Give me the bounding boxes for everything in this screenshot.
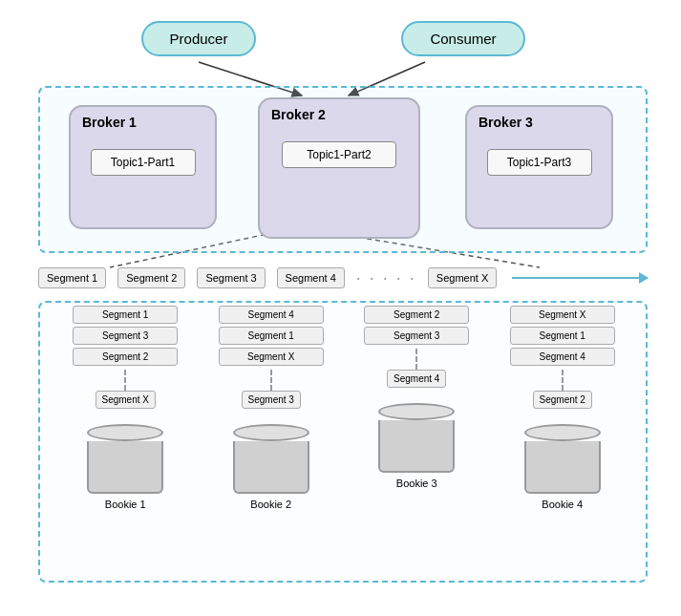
bookie-3-body	[378, 420, 455, 473]
segment-4: Segment 4	[277, 267, 345, 288]
bookie-1-body	[87, 441, 163, 494]
broker-3-title: Broker 3	[475, 115, 604, 130]
bookie-4-label: Bookie 4	[524, 499, 601, 510]
bookie-4-col: Segment X Segment 1 Segment 4 Segment 2 …	[500, 306, 625, 510]
bookie-columns: Segment 1 Segment 3 Segment 2 Segment X …	[53, 306, 635, 510]
bookie-2-label: Bookie 2	[233, 499, 309, 510]
b3-dashed-v	[415, 349, 417, 370]
segment-timeline: Segment 1 Segment 2 Segment 3 Segment 4 …	[38, 267, 648, 288]
bookie-1-top	[87, 424, 163, 441]
broker-2-box: Broker 2 Topic1-Part2	[258, 97, 420, 239]
segment-1: Segment 1	[38, 267, 106, 288]
bookie-1-segments-top: Segment 1 Segment 3 Segment 2	[73, 306, 178, 366]
timeline-arrow	[512, 277, 648, 279]
bookie-2-segments-top: Segment 4 Segment 1 Segment X	[219, 306, 324, 366]
b4-seg-x: Segment X	[510, 306, 615, 324]
bookie-4-segments-top: Segment X Segment 1 Segment 4	[510, 306, 615, 366]
broker-1-topic: Topic1-Part1	[91, 149, 196, 176]
bookie-3-top	[378, 403, 455, 420]
bookie-3-label: Bookie 3	[378, 478, 455, 489]
b4-dashed-v	[562, 370, 564, 391]
bookie-1-col: Segment 1 Segment 3 Segment 2 Segment X …	[63, 306, 187, 510]
b2-dashed-v	[270, 370, 272, 391]
bookie-4-cylinder: Bookie 4	[524, 424, 601, 510]
b4-seg-4: Segment 4	[510, 348, 615, 366]
bookie-3-cylinder: Bookie 3	[378, 403, 455, 489]
bookie-2-col: Segment 4 Segment 1 Segment X Segment 3 …	[209, 306, 333, 510]
b3-seg-3: Segment 3	[364, 327, 469, 345]
bookie-2-body	[233, 441, 309, 494]
segment-2: Segment 2	[117, 267, 185, 288]
segment-x: Segment X	[428, 267, 497, 288]
segment-ellipsis: · · · · ·	[356, 268, 416, 288]
consumer-label: Consumer	[430, 31, 496, 47]
producer-label: Producer	[170, 31, 228, 47]
bookie-2-top	[233, 424, 309, 441]
b1-seg-1: Segment 1	[73, 306, 178, 324]
bookie-4-body	[524, 441, 601, 494]
b2-seg-4: Segment 4	[219, 306, 324, 324]
broker-2-title: Broker 2	[267, 107, 411, 122]
bookie-2-cylinder: Bookie 2	[233, 424, 309, 510]
b3-seg-2: Segment 2	[364, 306, 469, 324]
b3-seg-4: Segment 4	[387, 370, 446, 388]
diagram-root: Producer Consumer Broker 1 Topic1-Part1 …	[0, 0, 681, 616]
bookie-3-col: Segment 2 Segment 3 Segment 4 Bookie 3	[354, 306, 479, 510]
consumer-box: Consumer	[401, 21, 525, 56]
broker-1-box: Broker 1 Topic1-Part1	[69, 105, 217, 229]
broker-2-topic: Topic1-Part2	[282, 141, 396, 168]
b2-seg-3: Segment 3	[242, 391, 301, 409]
b2-seg-1: Segment 1	[219, 327, 324, 345]
producer-box: Producer	[141, 21, 256, 56]
b1-seg-3: Segment 3	[73, 327, 178, 345]
broker-container: Broker 1 Topic1-Part1 Broker 2 Topic1-Pa…	[38, 86, 648, 253]
segment-3: Segment 3	[197, 267, 265, 288]
b4-seg-2: Segment 2	[533, 391, 592, 409]
bookie-3-segments-top: Segment 2 Segment 3	[364, 306, 469, 345]
broker-3-box: Broker 3 Topic1-Part3	[465, 105, 613, 229]
b4-seg-1: Segment 1	[510, 327, 615, 345]
broker-1-title: Broker 1	[78, 115, 207, 130]
b1-seg-x: Segment X	[96, 391, 156, 409]
bookie-1-cylinder: Bookie 1	[87, 424, 163, 510]
b2-seg-x: Segment X	[219, 348, 324, 366]
broker-3-topic: Topic1-Part3	[487, 149, 592, 176]
b1-seg-2: Segment 2	[73, 348, 178, 366]
bookie-1-label: Bookie 1	[87, 499, 163, 510]
b1-dashed-v	[124, 370, 126, 391]
bookie-4-top	[524, 424, 601, 441]
